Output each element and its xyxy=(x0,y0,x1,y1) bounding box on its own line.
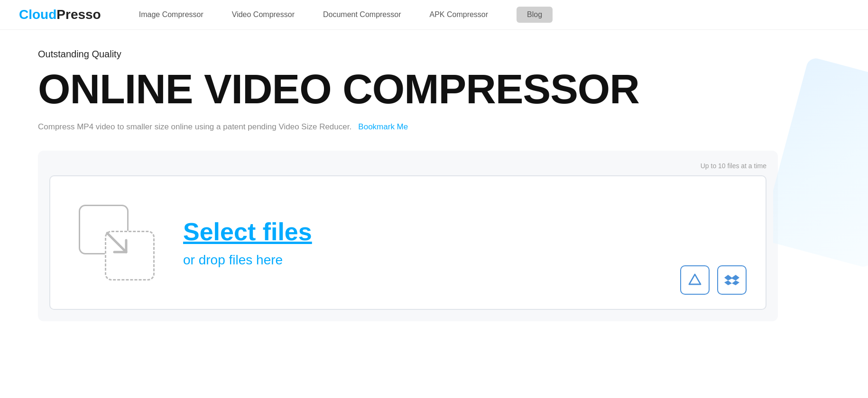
dropbox-icon xyxy=(724,272,739,288)
page-title: ONLINE VIDEO COMPRESSOR xyxy=(38,67,830,111)
upload-text-area: Select files or drop files here xyxy=(183,217,312,268)
nav-image-compressor[interactable]: Image Compressor xyxy=(139,10,203,19)
logo-cloud: Cloud xyxy=(19,7,56,22)
main-nav: Image Compressor Video Compressor Docume… xyxy=(139,7,849,23)
upload-icon xyxy=(79,205,155,280)
svg-line-0 xyxy=(107,233,126,252)
upload-limit-text: Up to 10 files at a time xyxy=(49,162,766,170)
upload-dropzone[interactable]: Select files or drop files here xyxy=(49,175,766,310)
upload-container: Up to 10 files at a time Select files or… xyxy=(38,151,778,321)
google-drive-icon xyxy=(687,272,702,288)
dropbox-button[interactable] xyxy=(717,265,747,295)
drop-files-text: or drop files here xyxy=(183,253,312,268)
logo-presso: Presso xyxy=(56,7,101,22)
main-content: Outstanding Quality ONLINE VIDEO COMPRES… xyxy=(0,30,868,340)
blog-button[interactable]: Blog xyxy=(517,7,553,23)
svg-line-3 xyxy=(695,274,701,284)
svg-marker-5 xyxy=(724,275,739,280)
upload-arrow-icon xyxy=(100,226,133,259)
select-files-link[interactable]: Select files xyxy=(183,217,312,246)
cloud-storage-buttons xyxy=(680,265,747,295)
page-description: Compress MP4 video to smaller size onlin… xyxy=(38,122,830,132)
bookmark-link[interactable]: Bookmark Me xyxy=(358,122,408,131)
svg-marker-7 xyxy=(732,280,739,285)
nav-apk-compressor[interactable]: APK Compressor xyxy=(429,10,488,19)
google-drive-button[interactable] xyxy=(680,265,710,295)
header: CloudPresso Image Compressor Video Compr… xyxy=(0,0,868,30)
nav-document-compressor[interactable]: Document Compressor xyxy=(323,10,401,19)
svg-marker-1 xyxy=(689,274,701,284)
page-subtitle: Outstanding Quality xyxy=(38,49,830,60)
svg-marker-6 xyxy=(724,280,732,285)
svg-line-2 xyxy=(689,274,695,284)
logo[interactable]: CloudPresso xyxy=(19,7,101,22)
nav-video-compressor[interactable]: Video Compressor xyxy=(232,10,295,19)
